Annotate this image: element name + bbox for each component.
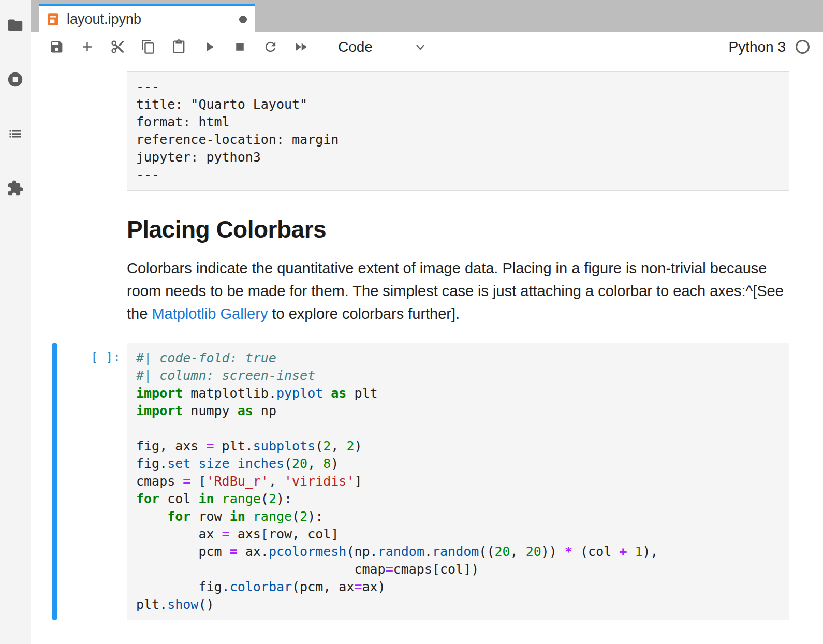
left-activity-bar	[0, 0, 31, 644]
cell-prompt	[57, 195, 127, 325]
cell-collapser[interactable]	[52, 71, 57, 191]
raw-cell[interactable]: --- title: "Quarto Layout" format: html …	[31, 71, 823, 191]
code-cell[interactable]: [ ]: #| code-fold: true#| column: screen…	[31, 343, 823, 620]
copy-icon[interactable]	[140, 39, 156, 55]
cell-gutter	[31, 195, 127, 325]
active-cell-collapser[interactable]	[52, 343, 57, 620]
cell-input-area: --- title: "Quarto Layout" format: html …	[127, 71, 789, 191]
cell-prompt	[57, 71, 127, 191]
main-area: layout.ipynb	[31, 0, 823, 644]
markdown-heading: Placing Colorbars	[127, 215, 789, 243]
cell-gutter	[31, 71, 127, 191]
kernel-area: Python 3	[728, 39, 810, 55]
kernel-status-icon[interactable]	[796, 40, 810, 54]
save-icon[interactable]	[49, 39, 64, 55]
cell-input-area: #| code-fold: true#| column: screen-inse…	[127, 343, 789, 620]
add-cell-icon[interactable]	[79, 39, 95, 55]
tab-bar: layout.ipynb	[31, 0, 823, 32]
kernel-name[interactable]: Python 3	[728, 39, 786, 55]
notebook-icon	[46, 12, 60, 26]
cell-gutter: [ ]:	[31, 343, 127, 620]
jupyterlab-window: layout.ipynb	[0, 0, 823, 644]
matplotlib-gallery-link[interactable]: Matplotlib Gallery	[152, 305, 268, 322]
tab-title: layout.ipynb	[67, 11, 141, 27]
running-sessions-icon[interactable]	[7, 71, 24, 88]
input-prompt: [ ]:	[57, 343, 127, 620]
cut-icon[interactable]	[110, 39, 125, 55]
markdown-cell[interactable]: Placing Colorbars Colorbars indicate the…	[31, 195, 823, 325]
run-all-icon[interactable]	[293, 39, 308, 55]
raw-cell-source[interactable]: --- title: "Quarto Layout" format: html …	[127, 71, 789, 191]
list-icon[interactable]	[7, 125, 24, 142]
chevron-down-icon	[414, 40, 427, 54]
paragraph-text-after-link: to explore colorbars further].	[268, 305, 460, 322]
cell-collapser[interactable]	[52, 195, 57, 325]
paste-icon[interactable]	[171, 39, 186, 55]
extensions-puzzle-icon[interactable]	[7, 180, 24, 197]
run-icon[interactable]	[201, 39, 217, 55]
tab-layout-ipynb[interactable]: layout.ipynb	[39, 4, 255, 32]
cell-type-value: Code	[338, 39, 373, 55]
folder-icon[interactable]	[7, 17, 24, 34]
restart-kernel-icon[interactable]	[262, 39, 278, 55]
code-cell-source[interactable]: #| code-fold: true#| column: screen-inse…	[127, 343, 789, 620]
notebook-content: --- title: "Quarto Layout" format: html …	[31, 62, 823, 644]
notebook-toolbar: Code Python 3	[31, 32, 823, 62]
stop-icon[interactable]	[232, 39, 247, 55]
unsaved-changes-indicator[interactable]	[239, 16, 247, 23]
markdown-paragraph: Colorbars indicate the quantitative exte…	[127, 257, 789, 325]
cell-type-dropdown[interactable]: Code	[338, 39, 427, 55]
markdown-rendered-body: Placing Colorbars Colorbars indicate the…	[127, 195, 789, 325]
